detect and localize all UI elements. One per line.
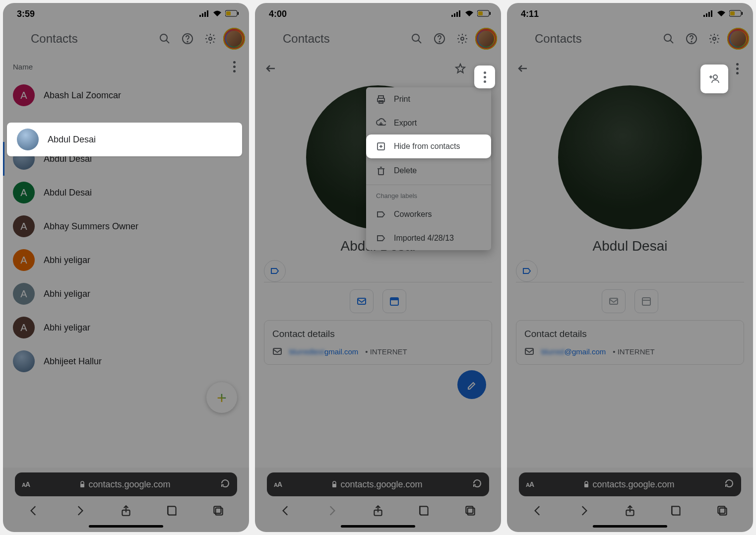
help-icon[interactable]: [683, 30, 700, 48]
gear-icon[interactable]: [453, 30, 471, 48]
svg-rect-43: [332, 484, 336, 487]
safari-chrome: AA contacts.google.com: [3, 468, 249, 532]
home-indicator: [341, 525, 415, 528]
label-icon[interactable]: [264, 260, 286, 282]
menu-icon[interactable]: [512, 30, 530, 48]
calendar-action-icon[interactable]: [382, 289, 406, 313]
add-to-contacts-icon-highlight[interactable]: [700, 65, 728, 93]
back-arrow-icon[interactable]: [514, 60, 532, 77]
email-action-icon: [602, 289, 626, 313]
profile-avatar[interactable]: [728, 29, 748, 49]
url-bar[interactable]: AA contacts.google.com: [15, 472, 237, 496]
email-action-icon[interactable]: [350, 289, 374, 313]
forward-icon[interactable]: [73, 504, 86, 519]
search-icon[interactable]: [408, 30, 426, 48]
more-icon[interactable]: [728, 60, 746, 77]
battery-icon: [729, 9, 743, 19]
menu-item-print[interactable]: Print: [366, 87, 491, 111]
help-icon[interactable]: [431, 30, 448, 48]
safari-toolbar: [507, 500, 753, 523]
back-icon[interactable]: [531, 504, 544, 519]
tabs-icon[interactable]: [464, 504, 477, 519]
contact-row[interactable]: A Abhay Summers Owner: [3, 209, 249, 243]
menu-item-delete[interactable]: Delete: [366, 159, 491, 183]
star-icon[interactable]: [451, 60, 469, 77]
svg-point-11: [209, 37, 212, 40]
menu-item-imported[interactable]: Imported 4/28/13: [366, 226, 491, 250]
profile-avatar[interactable]: [224, 29, 244, 49]
reload-icon[interactable]: [220, 478, 230, 490]
menu-section-label: Change labels: [366, 187, 491, 202]
menu-item-export[interactable]: Export: [366, 111, 491, 135]
search-icon[interactable]: [156, 30, 174, 48]
gear-icon[interactable]: [705, 30, 723, 48]
share-icon[interactable]: [120, 504, 132, 519]
gear-icon[interactable]: [201, 30, 219, 48]
contact-row[interactable]: A Abhi yeligar: [3, 243, 249, 277]
text-size-icon[interactable]: AA: [526, 480, 534, 488]
back-icon[interactable]: [27, 504, 40, 519]
back-arrow-icon[interactable]: [262, 60, 280, 77]
svg-rect-15: [214, 506, 221, 513]
more-icon-highlight[interactable]: [474, 66, 495, 88]
menu-item-coworkers[interactable]: Coworkers: [366, 202, 491, 226]
email-row[interactable]: blurred@gmail.com • INTERNET: [524, 346, 736, 356]
text-size-icon[interactable]: AA: [274, 480, 282, 488]
contact-row[interactable]: A Abhi yeligar: [3, 277, 249, 311]
share-icon[interactable]: [372, 504, 384, 519]
contact-row-highlight[interactable]: Abdul Desai: [7, 123, 242, 156]
wifi-icon: [464, 9, 474, 19]
svg-rect-46: [466, 506, 473, 513]
text-size-icon[interactable]: AA: [22, 480, 30, 488]
svg-rect-53: [730, 11, 735, 15]
status-bar: 3:59: [3, 3, 249, 23]
svg-rect-3: [207, 10, 208, 17]
menu-icon[interactable]: [8, 30, 26, 48]
add-contact-fab[interactable]: +: [206, 382, 237, 413]
signal-icon: [703, 9, 713, 19]
contact-row[interactable]: A Abdul Desai: [3, 176, 249, 209]
wifi-icon: [716, 9, 726, 19]
svg-rect-47: [703, 15, 705, 17]
home-indicator: [89, 525, 163, 528]
bookmarks-icon[interactable]: [670, 504, 683, 519]
more-icon[interactable]: [225, 58, 243, 75]
menu-icon[interactable]: [260, 30, 278, 48]
svg-rect-32: [390, 298, 398, 300]
url-bar[interactable]: AA contacts.google.com: [267, 472, 489, 496]
forward-icon[interactable]: [577, 504, 590, 519]
contact-details-card: Contact details blurredtextgmail.com • I…: [264, 320, 492, 365]
back-icon[interactable]: [279, 504, 292, 519]
bookmarks-icon[interactable]: [166, 504, 179, 519]
clock: 3:59: [17, 9, 35, 19]
contact-details-card: Contact details blurred@gmail.com • INTE…: [516, 320, 744, 365]
contact-row[interactable]: A Abash Lal Zoomcar: [3, 78, 249, 112]
bookmarks-icon[interactable]: [418, 504, 431, 519]
share-icon[interactable]: [624, 504, 636, 519]
contact-actions: [516, 282, 744, 320]
url-bar[interactable]: AA contacts.google.com: [519, 472, 741, 496]
contact-overflow-menu[interactable]: Print Export Delete Change labels Cowork…: [366, 87, 491, 250]
help-icon[interactable]: [179, 30, 196, 48]
screen-3-contact-hidden: 4:11 Contacts Abdul Desai Contact detai: [507, 3, 753, 532]
contact-row[interactable]: A Abhi yeligar: [3, 311, 249, 344]
clock: 4:11: [521, 9, 539, 19]
search-icon[interactable]: [660, 30, 678, 48]
url-text: contacts.google.com: [36, 479, 214, 490]
reload-icon[interactable]: [472, 478, 482, 490]
edit-fab[interactable]: [457, 370, 486, 399]
tabs-icon[interactable]: [212, 504, 225, 519]
tabs-icon[interactable]: [716, 504, 729, 519]
svg-rect-6: [226, 11, 231, 15]
contact-row[interactable]: Abhijeet Hallur: [3, 344, 249, 378]
label-icon[interactable]: [516, 260, 538, 282]
svg-rect-12: [80, 484, 84, 487]
svg-rect-21: [490, 12, 491, 15]
email-row[interactable]: blurredtextgmail.com • INTERNET: [272, 346, 484, 356]
svg-line-55: [670, 40, 673, 43]
app-header: Contacts: [255, 23, 501, 55]
menu-item-hide-highlight[interactable]: Hide from contacts: [366, 134, 491, 158]
reload-icon[interactable]: [724, 478, 734, 490]
safari-toolbar: [3, 500, 249, 523]
profile-avatar[interactable]: [476, 29, 496, 49]
